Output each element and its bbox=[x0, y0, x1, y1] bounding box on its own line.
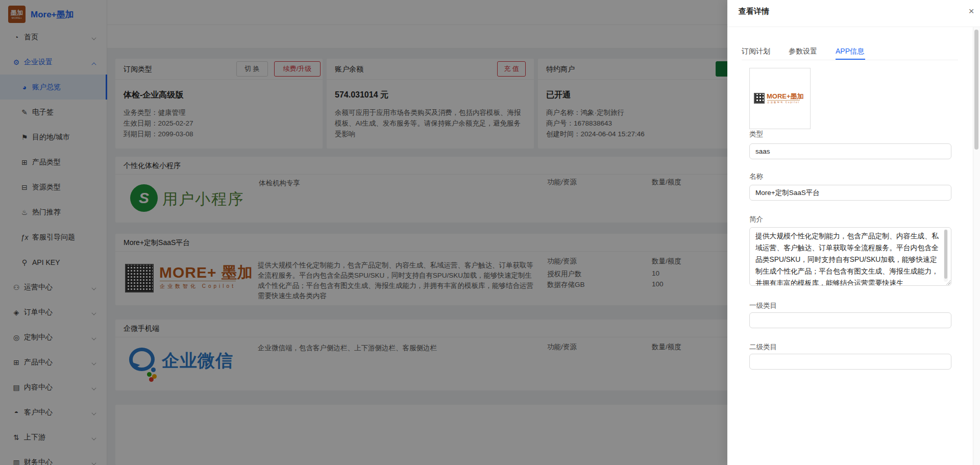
type-input[interactable] bbox=[749, 143, 951, 159]
name-input[interactable] bbox=[749, 185, 951, 201]
drawer-scrollbar-thumb[interactable] bbox=[974, 30, 978, 150]
name-label: 名称 bbox=[749, 172, 763, 181]
tab-subscription-plan[interactable]: 订阅计划 bbox=[742, 46, 770, 60]
category2-input[interactable] bbox=[749, 354, 951, 370]
divider bbox=[742, 60, 958, 60]
category1-input[interactable] bbox=[749, 312, 951, 328]
desc-textarea[interactable]: 提供大规模个性化定制能力，包含产品定制、内容生成、私域运营、客户触达、订单获取等… bbox=[749, 227, 951, 286]
app-root: 墨加 MORE+ More+墨加 ◔ 首页 ⚙ 企业设置 ◕ 账户总览 ✎ 电子… bbox=[0, 0, 980, 465]
moreplus-logo-tagline: 企业数智化 Copilot bbox=[767, 100, 800, 104]
divider bbox=[727, 27, 980, 27]
drawer-mask[interactable] bbox=[0, 0, 727, 465]
type-label: 类型 bbox=[749, 130, 763, 139]
detail-drawer: 查看详情 × 订阅计划 参数设置 APP信息 MORE+墨加 企业数智化 Cop… bbox=[727, 0, 980, 465]
category2-label: 二级类目 bbox=[749, 342, 777, 352]
tab-parameter-settings[interactable]: 参数设置 bbox=[789, 46, 817, 60]
desc-label: 简介 bbox=[749, 215, 763, 224]
textarea-resize-grip[interactable] bbox=[946, 280, 950, 285]
qr-code-image bbox=[754, 93, 765, 104]
app-logo-thumbnail: MORE+墨加 企业数智化 Copilot bbox=[749, 68, 811, 129]
close-icon[interactable]: × bbox=[964, 4, 978, 18]
textarea-scrollbar-thumb[interactable] bbox=[944, 230, 947, 279]
category1-label: 一级类目 bbox=[749, 301, 777, 310]
tab-app-info[interactable]: APP信息 bbox=[836, 46, 864, 60]
drawer-title: 查看详情 bbox=[739, 7, 769, 16]
